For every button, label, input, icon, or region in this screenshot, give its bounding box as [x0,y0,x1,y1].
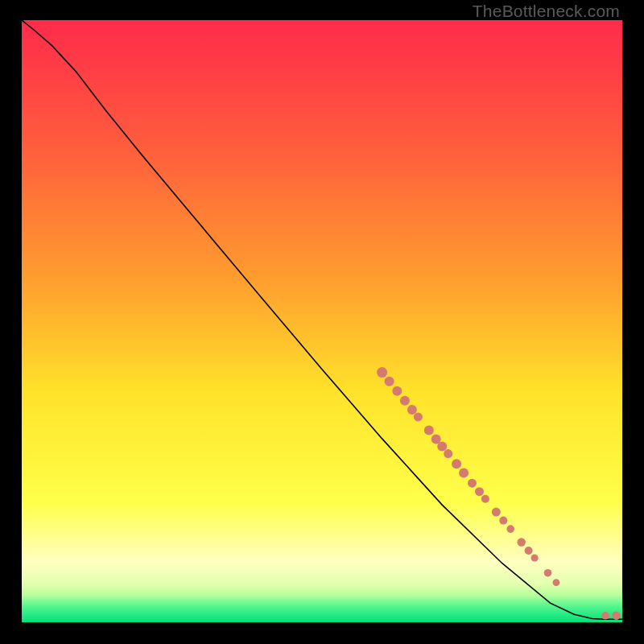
data-marker [518,538,526,546]
data-marker [553,579,560,586]
data-marker [444,449,452,458]
data-marker [601,612,609,620]
data-marker [385,377,394,386]
data-marker [475,487,484,496]
data-marker [407,405,417,415]
data-marker [544,569,552,577]
data-marker [612,612,620,620]
data-marker [452,459,461,469]
data-marker [437,442,447,452]
gradient-background [22,20,622,622]
data-marker [414,412,423,421]
chart-area [22,20,622,622]
data-marker [506,525,514,533]
data-marker [377,367,387,378]
data-marker [459,469,469,478]
data-marker [481,495,489,503]
data-marker [400,396,410,406]
data-marker [392,386,402,396]
data-marker [492,508,501,517]
data-marker [499,517,507,525]
data-marker [468,479,477,488]
watermark-text: TheBottleneck.com [473,2,620,21]
data-marker [424,425,434,435]
data-marker [525,547,533,555]
chart-svg [22,20,622,622]
data-marker [531,554,539,561]
